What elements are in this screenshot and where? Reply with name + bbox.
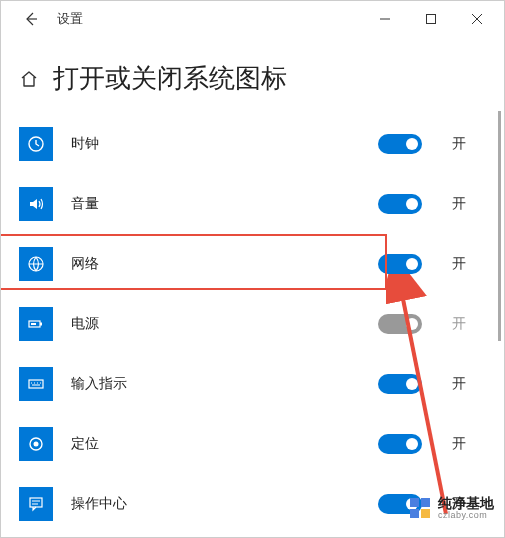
row-label: 定位 — [71, 435, 360, 453]
maximize-icon — [426, 14, 436, 24]
state-label: 开 — [452, 315, 482, 333]
watermark: 纯净基地 czlaby.com — [408, 496, 494, 521]
svg-rect-9 — [30, 498, 42, 507]
row-label: 输入指示 — [71, 375, 360, 393]
row-label: 时钟 — [71, 135, 360, 153]
row-location: 定位 开 — [19, 414, 486, 474]
back-button[interactable] — [21, 9, 41, 29]
scrollbar[interactable] — [498, 111, 501, 341]
state-label: 开 — [452, 375, 482, 393]
volume-icon — [26, 194, 46, 214]
power-tile — [19, 307, 53, 341]
row-ime: 输入指示 开 — [19, 354, 486, 414]
window-controls — [362, 3, 500, 35]
minimize-icon — [380, 14, 390, 24]
watermark-url: czlaby.com — [438, 511, 494, 521]
svg-rect-11 — [410, 498, 419, 507]
maximize-button[interactable] — [408, 3, 454, 35]
toggle-clock[interactable] — [378, 134, 422, 154]
row-label: 网络 — [71, 255, 360, 273]
state-label: 开 — [452, 195, 482, 213]
clock-icon — [26, 134, 46, 154]
clock-tile — [19, 127, 53, 161]
toggle-location[interactable] — [378, 434, 422, 454]
row-network: 网络 开 — [19, 234, 486, 294]
row-power: 电源 开 — [19, 294, 486, 354]
toggle-volume[interactable] — [378, 194, 422, 214]
volume-tile — [19, 187, 53, 221]
svg-rect-0 — [427, 15, 436, 24]
ime-tile — [19, 367, 53, 401]
state-label: 开 — [452, 435, 482, 453]
action-center-tile — [19, 487, 53, 521]
watermark-logo-icon — [408, 496, 432, 520]
back-arrow-icon — [23, 11, 39, 27]
toggle-ime[interactable] — [378, 374, 422, 394]
toggle-network[interactable] — [378, 254, 422, 274]
row-label: 音量 — [71, 195, 360, 213]
location-tile — [19, 427, 53, 461]
settings-list: 时钟 开 音量 开 网络 开 电源 开 输入指示 开 — [1, 114, 504, 534]
row-label: 电源 — [71, 315, 360, 333]
state-label: 开 — [452, 255, 482, 273]
page-header: 打开或关闭系统图标 — [1, 37, 504, 114]
state-label: 开 — [452, 135, 482, 153]
power-icon — [26, 314, 46, 334]
svg-rect-12 — [421, 498, 430, 507]
toggle-power — [378, 314, 422, 334]
minimize-button[interactable] — [362, 3, 408, 35]
window-title: 设置 — [57, 10, 83, 28]
action-center-icon — [26, 494, 46, 514]
svg-rect-6 — [29, 380, 43, 388]
svg-rect-4 — [40, 323, 42, 326]
close-button[interactable] — [454, 3, 500, 35]
home-icon[interactable] — [19, 69, 39, 89]
titlebar: 设置 — [1, 1, 504, 37]
ime-icon — [26, 374, 46, 394]
svg-point-8 — [34, 442, 39, 447]
close-icon — [472, 14, 482, 24]
watermark-title: 纯净基地 — [438, 496, 494, 511]
page-title: 打开或关闭系统图标 — [53, 61, 287, 96]
network-icon — [26, 254, 46, 274]
network-tile — [19, 247, 53, 281]
svg-rect-5 — [31, 323, 36, 325]
svg-rect-14 — [421, 509, 430, 518]
location-icon — [26, 434, 46, 454]
row-label: 操作中心 — [71, 495, 360, 513]
svg-rect-13 — [410, 509, 419, 518]
row-volume: 音量 开 — [19, 174, 486, 234]
row-clock: 时钟 开 — [19, 114, 486, 174]
